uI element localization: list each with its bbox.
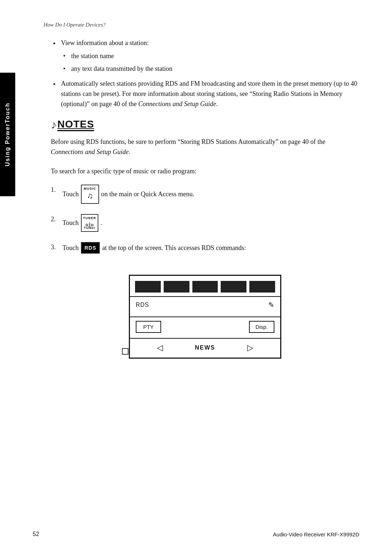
top-btn-4 [221, 281, 246, 293]
main-bullet-list: View information about a station: the st… [51, 38, 359, 109]
tuner-icon-button[interactable]: TUNER «i» TUNer [81, 214, 98, 232]
sidebar-tab-label: Using PowerTouch [4, 102, 11, 166]
sub-bullet-2: any text data transmitted by the station [61, 64, 359, 74]
sidebar-tab: Using PowerTouch [0, 73, 15, 196]
screen-diagram: RDS ✎ PTY Disp. ◁ NEWS ▷ [129, 275, 281, 359]
bullet-item-1: View information about a station: the st… [51, 38, 359, 74]
news-label: NEWS [195, 345, 215, 351]
pty-row: PTY Disp. [130, 317, 280, 338]
step-3: 3. Touch RDS at the top of the screen. T… [51, 242, 359, 254]
bullet-item-2: Automatically select stations providing … [51, 79, 359, 109]
step-1: 1. Touch MUSIC ♫ on the main or Quick Ac… [51, 185, 359, 204]
rds-screen-row: RDS ✎ [130, 296, 280, 317]
page-number: 52 [33, 531, 39, 537]
step-3-number: 3. [51, 242, 62, 253]
step-1-number: 1. [51, 185, 62, 195]
notes-text: Before using RDS functions, be sure to p… [51, 137, 359, 158]
sub-bullet-list: the station name any text data transmitt… [61, 51, 359, 74]
step-2-content: Touch TUNER «i» TUNer . [62, 214, 359, 232]
left-arrow-icon[interactable]: ◁ [157, 343, 163, 352]
breadcrumb: How Do I Operate Devices? [44, 22, 359, 28]
footer-title: Audio-Video Receiver KRF-X9992D [273, 531, 359, 537]
top-btn-1 [135, 281, 161, 293]
page-container: Using PowerTouch How Do I Operate Device… [0, 0, 392, 552]
pencil-icon: ✎ [268, 301, 274, 309]
tuner-bottom-label: TUNer [84, 225, 95, 230]
top-btn-3 [192, 281, 218, 293]
step-2-number: 2. [51, 214, 62, 225]
top-btn-5 [249, 281, 275, 293]
music-icon-button[interactable]: MUSIC ♫ [81, 185, 99, 204]
musical-note-icon: ♪ [51, 118, 57, 132]
top-buttons-row [130, 276, 280, 296]
right-arrow-icon[interactable]: ▷ [247, 343, 253, 352]
corner-icon [122, 348, 128, 355]
screen-rds-label: RDS [136, 302, 149, 308]
rds-button[interactable]: RDS [81, 242, 100, 254]
music-top-label: MUSIC [84, 186, 96, 191]
main-content: View information about a station: the st… [51, 38, 359, 370]
step-2: 2. Touch TUNER «i» TUNer . [51, 214, 359, 232]
sub-bullet-1: the station name [61, 51, 359, 61]
tuner-top-label: TUNER [83, 215, 96, 221]
page-footer: 52 Audio-Video Receiver KRF-X9992D [33, 531, 359, 537]
notes-section: ♪ NOTES Before using RDS functions, be s… [51, 118, 359, 158]
nav-row: ◁ NEWS ▷ [130, 338, 280, 358]
notes-label: NOTES [57, 118, 94, 131]
notes-header: ♪ NOTES [51, 118, 94, 132]
step-1-content: Touch MUSIC ♫ on the main or Quick Acces… [62, 185, 359, 204]
steps-list: 1. Touch MUSIC ♫ on the main or Quick Ac… [51, 185, 359, 254]
disp-button[interactable]: Disp. [249, 321, 274, 333]
pty-button[interactable]: PTY [136, 321, 161, 333]
search-instruction: To search for a specific type of music o… [51, 166, 359, 177]
top-btn-2 [164, 281, 189, 293]
step-3-content: Touch RDS at the top of the screen. This… [62, 242, 359, 254]
